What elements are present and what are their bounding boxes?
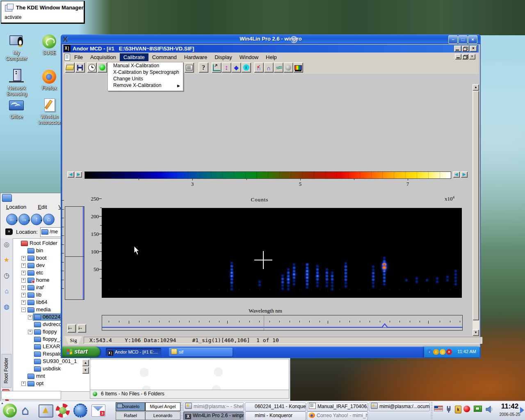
tree-expander[interactable]: + bbox=[21, 293, 26, 297]
toolbar-open-file-button[interactable] bbox=[65, 62, 75, 73]
tray-krec-icon[interactable] bbox=[463, 406, 470, 412]
pan-all-button[interactable] bbox=[67, 324, 76, 333]
toolbar-curve-button[interactable]: ∩ bbox=[264, 62, 274, 73]
tree-expander[interactable]: − bbox=[21, 308, 26, 312]
tree-node[interactable]: floppy bbox=[33, 328, 58, 336]
xp-task-2[interactable]: sif bbox=[169, 348, 233, 356]
menu-edit[interactable]: Edit bbox=[32, 203, 52, 211]
smiley-icon[interactable]: ☺ bbox=[440, 349, 445, 355]
tree-expander[interactable]: + bbox=[21, 263, 26, 268]
tray-network-monitor-icon[interactable] bbox=[474, 406, 482, 412]
hide-chevron-icon[interactable]: ‹ bbox=[427, 349, 432, 355]
taskbar-clock[interactable]: 11:42 AM bbox=[457, 349, 476, 354]
panel-clock-time[interactable]: 11:42 bbox=[499, 402, 521, 411]
toolbar-info-button[interactable]: i bbox=[241, 62, 251, 73]
menu-calibrate[interactable]: Calibrate bbox=[120, 53, 148, 61]
back-button[interactable]: ←▼ bbox=[6, 214, 18, 225]
center-cursor-button[interactable] bbox=[78, 324, 86, 333]
andor-minimize-button[interactable] bbox=[454, 46, 461, 52]
launcher-konqueror[interactable] bbox=[72, 402, 89, 419]
panel-handle[interactable] bbox=[180, 402, 183, 419]
menu-hardware[interactable]: Hardware bbox=[180, 53, 211, 61]
launcher-kontact[interactable] bbox=[90, 402, 106, 419]
pager-desktop-2[interactable]: Miguel Angel bbox=[145, 402, 180, 411]
tree-expander[interactable]: + bbox=[21, 381, 26, 386]
toolbar-save-button[interactable] bbox=[75, 62, 85, 73]
pager-desktop-4[interactable]: Leonardo bbox=[145, 411, 180, 420]
andor-app-icon[interactable]: X| bbox=[64, 45, 71, 52]
win4lin-titlebar[interactable]: X Win4Lin Pro 2.6 - winpro – □ × bbox=[61, 34, 481, 44]
ccd-image[interactable] bbox=[102, 208, 462, 298]
sidebar-network-icon[interactable]: ◍ bbox=[2, 303, 11, 311]
start-button[interactable]: start bbox=[62, 347, 100, 357]
tree-node[interactable]: usbdisk bbox=[33, 365, 62, 372]
image-pan-panel[interactable] bbox=[65, 206, 84, 300]
task-mimi-konqueror[interactable]: mimi - Konqueror bbox=[245, 411, 306, 420]
colorbar-cb-left-back-button[interactable]: ◀ bbox=[67, 171, 74, 178]
tray-volume-icon[interactable] bbox=[485, 406, 493, 414]
tree-scroll-button[interactable]: ▼ bbox=[82, 367, 89, 374]
menu-item-change-units[interactable]: Change Units bbox=[108, 75, 183, 82]
document-icon[interactable] bbox=[64, 54, 70, 61]
desktop-icon-my-computer[interactable]: My Computer bbox=[2, 34, 31, 62]
andor-restore-button[interactable] bbox=[462, 46, 469, 52]
tree-node[interactable]: lib64 bbox=[26, 299, 48, 306]
pager-desktop-3[interactable]: Rafael bbox=[116, 411, 145, 420]
clear-location-icon[interactable]: × bbox=[5, 228, 13, 235]
tree-item-mnt[interactable]: mnt bbox=[13, 372, 90, 380]
tree-item-usbdisk[interactable]: usbdisk bbox=[13, 365, 90, 372]
toolbar-zoom-range-button[interactable] bbox=[212, 62, 221, 73]
forward-button[interactable]: →▼ bbox=[18, 214, 30, 225]
tree-node[interactable]: lib bbox=[26, 291, 43, 299]
tree-expander[interactable]: + bbox=[21, 271, 26, 275]
tray-keyboard-flag-icon[interactable] bbox=[434, 406, 443, 411]
launcher-konqueror-profile[interactable] bbox=[37, 402, 53, 419]
mdi-restore-button[interactable] bbox=[462, 54, 468, 59]
xp-task-1[interactable]: X|Andor MCD - [#1 E:... bbox=[106, 348, 161, 356]
tree-expander[interactable]: + bbox=[21, 300, 26, 305]
menu-item-x-calibration-by-spectrograph[interactable]: X-Calibration by Spectrograph bbox=[108, 69, 183, 75]
desktop-icon-office[interactable]: Office bbox=[2, 98, 31, 120]
menu-item-remove-x-calibration[interactable]: Remove X-Calibration▶ bbox=[108, 82, 183, 89]
desktop-icon-firefox[interactable]: Firefox bbox=[36, 69, 62, 91]
toolbar-palette-setup-button[interactable] bbox=[293, 62, 303, 73]
launcher-suse-menu[interactable] bbox=[2, 402, 18, 419]
toolbar-help-button[interactable]: ? bbox=[199, 62, 208, 73]
toolbar-print-button[interactable] bbox=[184, 62, 194, 73]
launcher-home[interactable]: ⌂ bbox=[19, 402, 36, 419]
tree-expander[interactable]: + bbox=[21, 256, 26, 260]
maximize-button[interactable]: □ bbox=[458, 35, 468, 44]
scroll-down-button[interactable]: ▼ bbox=[472, 329, 479, 336]
tree-node[interactable]: iraf bbox=[26, 284, 45, 291]
menu-command[interactable]: Command bbox=[148, 53, 180, 61]
mdi-close-button[interactable]: × bbox=[469, 54, 475, 59]
tree-scroll-button[interactable]: ▲ bbox=[82, 359, 89, 366]
menu-file[interactable]: File bbox=[71, 53, 87, 61]
tray-klipper-icon[interactable]: k bbox=[455, 406, 461, 413]
launcher-suse-help[interactable] bbox=[55, 402, 71, 419]
desktop-icon-suse[interactable]: SUSE bbox=[36, 34, 62, 56]
tree-expander[interactable]: + bbox=[28, 315, 32, 320]
toolbar-timer-button[interactable] bbox=[87, 62, 97, 73]
task-manual-iraf-170406-d[interactable]: Manual_IRAF_170406.d bbox=[307, 402, 368, 411]
close-button[interactable]: × bbox=[468, 35, 477, 44]
menu-item-manual-x-calibration[interactable]: Manual X-Calibration bbox=[108, 62, 183, 69]
folder-contents-view[interactable] bbox=[90, 359, 289, 390]
colorbar-cb-right-back-button[interactable]: ◀ bbox=[453, 171, 460, 178]
tree-node[interactable]: Root Folder bbox=[20, 240, 59, 247]
tree-expander[interactable]: + bbox=[21, 278, 26, 283]
tree-node[interactable]: mnt bbox=[26, 372, 46, 380]
sidebar-bookmarks-icon[interactable]: ★ bbox=[2, 256, 11, 264]
sidebar-home-folder-icon[interactable]: ⌂ bbox=[2, 287, 11, 295]
toolbar-surface-plot-button[interactable]: ≈≈ bbox=[274, 62, 283, 73]
toolbar-sphere-button[interactable] bbox=[283, 62, 293, 73]
colorbar-cb-left-fwd-button[interactable]: ▶ bbox=[75, 171, 82, 178]
andor-close-button[interactable]: × bbox=[470, 46, 477, 52]
tree-node[interactable]: bin bbox=[26, 247, 44, 254]
menu-acquisition[interactable]: Acquisition bbox=[87, 53, 120, 61]
task-correo-yahoo-mimi-h[interactable]: Correo Yahoo! - mimi_h bbox=[307, 411, 368, 420]
tree-expander[interactable]: + bbox=[28, 330, 32, 334]
colorbar-gradient[interactable] bbox=[84, 171, 451, 179]
tray-power-plug-icon[interactable] bbox=[445, 406, 452, 414]
task-win4lin-pro-2-6-winpr[interactable]: XWin4Lin Pro 2.6 - winpr bbox=[183, 411, 244, 420]
